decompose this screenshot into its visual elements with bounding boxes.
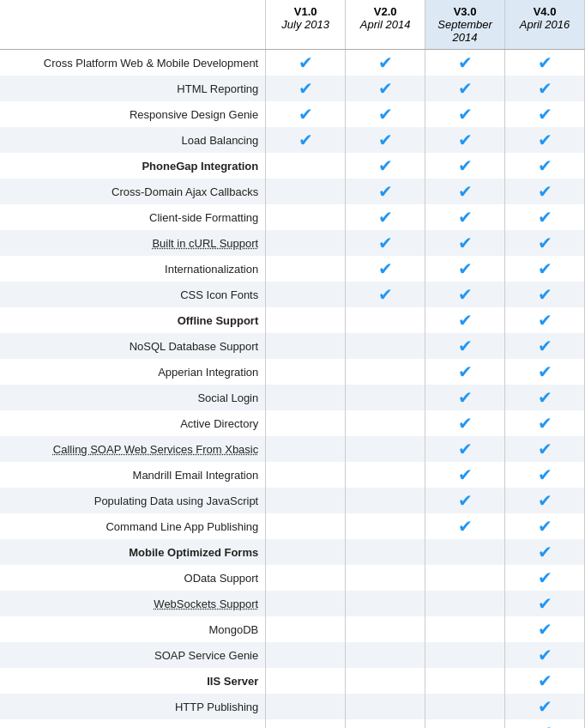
check-cell-v2 xyxy=(346,719,425,728)
check-cell-v1 xyxy=(266,256,346,282)
check-cell-v1 xyxy=(266,204,346,230)
table-row: Cross-Domain Ajax Callbacks✔✔✔ xyxy=(0,179,585,204)
check-cell-v3 xyxy=(425,668,505,694)
table-row: NoSQL Database Support✔✔ xyxy=(0,333,585,359)
check-cell-v3 xyxy=(425,539,505,565)
feature-label: Cross Platform Web & Mobile Development xyxy=(0,50,266,76)
checkmark-icon: ✔ xyxy=(458,130,473,149)
check-cell-v1 xyxy=(266,385,346,410)
check-cell-v1 xyxy=(266,436,346,462)
table-row: Mobile Optimized Forms✔ xyxy=(0,539,585,565)
check-cell-v1 xyxy=(266,616,346,642)
check-cell-v2: ✔ xyxy=(346,76,425,101)
check-cell-v3: ✔ xyxy=(425,256,505,282)
feature-column-header xyxy=(0,0,266,50)
check-cell-v4: ✔ xyxy=(505,513,585,539)
table-row: PhoneGap Integration✔✔✔ xyxy=(0,153,585,179)
checkmark-icon: ✔ xyxy=(538,208,552,227)
check-cell-v2 xyxy=(346,565,425,591)
table-row: Populating Data using JavaScript✔✔ xyxy=(0,488,585,513)
feature-label: HTTP Publishing xyxy=(0,694,266,719)
check-cell-v1 xyxy=(266,462,346,488)
check-cell-v4: ✔ xyxy=(505,565,585,591)
feature-label: Social Login xyxy=(0,385,266,410)
checkmark-icon: ✔ xyxy=(538,311,552,330)
check-cell-v1 xyxy=(266,307,346,333)
check-cell-v4: ✔ xyxy=(505,282,585,307)
checkmark-icon: ✔ xyxy=(538,491,552,510)
table-row: Mandrill Email Integration✔✔ xyxy=(0,462,585,488)
check-cell-v4: ✔ xyxy=(505,307,585,333)
check-cell-v1 xyxy=(266,668,346,694)
check-cell-v1 xyxy=(266,359,346,385)
checkmark-icon: ✔ xyxy=(378,130,393,149)
feature-label: NoSQL Database Support xyxy=(0,333,266,359)
checkmark-icon: ✔ xyxy=(378,156,393,175)
check-cell-v4: ✔ xyxy=(505,488,585,513)
table-row: Built in cURL Support✔✔✔ xyxy=(0,230,585,256)
check-cell-v2: ✔ xyxy=(346,230,425,256)
check-cell-v3: ✔ xyxy=(425,436,505,462)
check-cell-v1 xyxy=(266,539,346,565)
check-cell-v3: ✔ xyxy=(425,359,505,385)
check-cell-v2 xyxy=(346,410,425,436)
check-cell-v3: ✔ xyxy=(425,282,505,307)
checkmark-icon: ✔ xyxy=(458,362,473,381)
checkmark-icon: ✔ xyxy=(299,130,313,149)
feature-label: Offline Support xyxy=(0,307,266,333)
check-cell-v2 xyxy=(346,359,425,385)
check-cell-v3: ✔ xyxy=(425,101,505,127)
checkmark-icon: ✔ xyxy=(538,182,552,201)
feature-label: SOAP Service Genie xyxy=(0,642,266,668)
checkmark-icon: ✔ xyxy=(378,182,393,201)
checkmark-icon: ✔ xyxy=(378,234,393,252)
table-row: HTTP Publishing✔ xyxy=(0,694,585,719)
feature-label-text: Built in cURL Support xyxy=(152,237,258,250)
check-cell-v2: ✔ xyxy=(346,101,425,127)
check-cell-v3 xyxy=(425,591,505,616)
checkmark-icon: ✔ xyxy=(458,517,473,536)
checkmark-icon: ✔ xyxy=(378,285,393,304)
checkmark-icon: ✔ xyxy=(538,723,552,728)
feature-label: Mandrill Email Integration xyxy=(0,462,266,488)
check-cell-v3: ✔ xyxy=(425,153,505,179)
feature-label: OData Support xyxy=(0,565,266,591)
table-row: Internationalization✔✔✔ xyxy=(0,256,585,282)
check-cell-v1: ✔ xyxy=(266,101,346,127)
check-cell-v3: ✔ xyxy=(425,410,505,436)
check-cell-v3: ✔ xyxy=(425,76,505,101)
checkmark-icon: ✔ xyxy=(458,53,473,72)
check-cell-v4: ✔ xyxy=(505,50,585,76)
v3-date: September 2014 xyxy=(429,18,501,44)
v2-header: V2.0 April 2014 xyxy=(346,0,425,50)
checkmark-icon: ✔ xyxy=(458,311,473,330)
table-row: Active Directory✔✔ xyxy=(0,410,585,436)
checkmark-icon: ✔ xyxy=(538,414,552,433)
check-cell-v3: ✔ xyxy=(425,50,505,76)
check-cell-v1 xyxy=(266,719,346,728)
check-cell-v2 xyxy=(346,333,425,359)
check-cell-v3: ✔ xyxy=(425,204,505,230)
feature-label: PhoneGap Shell xyxy=(0,719,266,728)
checkmark-icon: ✔ xyxy=(538,697,552,716)
feature-label: CSS Icon Fonts xyxy=(0,282,266,307)
v1-date: July 2013 xyxy=(269,18,341,31)
check-cell-v2: ✔ xyxy=(346,153,425,179)
check-cell-v2: ✔ xyxy=(346,282,425,307)
check-cell-v1 xyxy=(266,179,346,204)
check-cell-v4: ✔ xyxy=(505,436,585,462)
table-row: WebSockets Support✔ xyxy=(0,591,585,616)
check-cell-v3: ✔ xyxy=(425,230,505,256)
checkmark-icon: ✔ xyxy=(458,465,473,484)
checkmark-icon: ✔ xyxy=(378,208,393,227)
feature-label-text: WebSockets Support xyxy=(154,598,258,610)
checkmark-icon: ✔ xyxy=(538,337,552,355)
check-cell-v4: ✔ xyxy=(505,719,585,728)
checkmark-icon: ✔ xyxy=(538,388,552,407)
check-cell-v2: ✔ xyxy=(346,256,425,282)
check-cell-v4: ✔ xyxy=(505,333,585,359)
v2-number: V2.0 xyxy=(349,5,421,18)
check-cell-v2 xyxy=(346,539,425,565)
v3-number: V3.0 xyxy=(429,5,501,18)
feature-label: IIS Server xyxy=(0,668,266,694)
